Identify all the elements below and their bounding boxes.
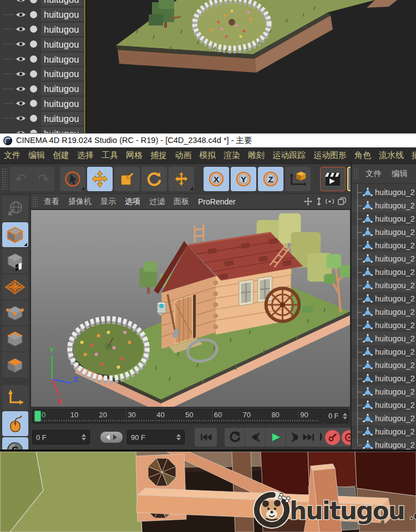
object-tree-label[interactable]: huitugou_2	[375, 347, 415, 356]
menu-item[interactable]: 流水线	[375, 150, 408, 161]
viewport-menu-item[interactable]: 显示	[96, 197, 120, 207]
polygon-object-icon[interactable]	[363, 401, 373, 410]
menu-item[interactable]: 编辑	[24, 150, 49, 161]
render-dot-icon[interactable]	[30, 55, 37, 63]
object-row[interactable]: huitugou	[0, 81, 84, 96]
visibility-eye-icon[interactable]	[16, 25, 26, 33]
menu-item[interactable]: 文件	[0, 150, 24, 161]
object-tree-row[interactable]: huitugou_2	[352, 186, 416, 199]
coordinate-system-button[interactable]	[285, 167, 311, 191]
object-tree-label[interactable]: huitugou_2	[375, 294, 415, 303]
enable-axis-button[interactable]	[2, 385, 28, 410]
visibility-eye-icon[interactable]	[16, 85, 26, 93]
lock-y-axis-button[interactable]: Y	[231, 167, 256, 191]
points-mode-button[interactable]	[2, 300, 28, 325]
record-keyframe-button[interactable]	[325, 430, 340, 445]
polygons-mode-button[interactable]	[2, 352, 28, 377]
goto-end-button[interactable]	[298, 428, 320, 447]
polygon-object-icon[interactable]	[363, 347, 373, 356]
object-row[interactable]: huitugou	[0, 0, 84, 7]
object-tree-row[interactable]: huitugou_2	[352, 239, 416, 252]
viewport-menu-item[interactable]: 过滤	[145, 197, 169, 207]
autokey-button[interactable]	[342, 430, 351, 445]
visibility-eye-icon[interactable]	[16, 40, 26, 48]
object-tree-label[interactable]: huitugou_2	[375, 308, 415, 316]
model-mode-button[interactable]	[2, 222, 28, 247]
rotate-tool-button[interactable]	[141, 167, 167, 191]
object-tree-label[interactable]: huitugou_2	[375, 201, 415, 210]
object-row[interactable]: huitugou	[0, 52, 84, 66]
polygon-object-icon[interactable]	[363, 268, 373, 277]
object-manager-grip-handle[interactable]	[353, 168, 359, 180]
object-tree-row[interactable]: huitugou_2	[352, 292, 416, 305]
render-dot-icon[interactable]	[30, 100, 37, 107]
menu-item[interactable]: 工具	[98, 150, 122, 161]
viewport-solo-button[interactable]	[2, 411, 28, 436]
timeline-frame-field[interactable]: 0 F	[324, 409, 349, 423]
object-tree-label[interactable]: huitugou_2	[375, 427, 415, 436]
toolbar-grip-handle[interactable]	[2, 168, 7, 190]
object-name-label[interactable]: huitugou	[41, 127, 84, 133]
panel-splitter[interactable]	[84, 0, 86, 133]
menu-item[interactable]: 动画	[171, 150, 195, 161]
last-tool-button[interactable]	[169, 167, 194, 191]
polygon-object-icon[interactable]	[363, 334, 373, 343]
object-tree-label[interactable]: huitugou_2	[375, 334, 415, 343]
menu-item[interactable]: 运动跟踪	[268, 150, 310, 161]
object-tree-row[interactable]: huitugou_2	[352, 345, 416, 359]
object-manager-menu-item[interactable]: 编辑	[387, 168, 413, 179]
object-tree-label[interactable]: huitugou_2	[375, 321, 415, 330]
workplane-mode-button[interactable]	[2, 274, 28, 299]
polygon-object-icon[interactable]	[363, 414, 373, 423]
object-row[interactable]: huitugou	[0, 22, 84, 37]
render-dot-icon[interactable]	[30, 40, 37, 48]
previous-frame-button[interactable]	[245, 428, 266, 447]
menu-item[interactable]: 雕刻	[244, 150, 268, 161]
polygon-object-icon[interactable]	[363, 427, 373, 436]
live-selection-button[interactable]	[60, 167, 85, 191]
viewport-maximize-icon[interactable]	[338, 197, 346, 206]
polygon-object-icon[interactable]	[363, 374, 373, 383]
viewport-pan-icon[interactable]	[304, 197, 312, 206]
object-tree-row[interactable]: huitugou_2	[352, 265, 416, 279]
polygon-object-icon[interactable]	[363, 214, 373, 223]
menu-item[interactable]: 插件	[408, 150, 416, 161]
polygon-object-icon[interactable]	[363, 228, 373, 237]
goto-start-button[interactable]	[195, 428, 217, 447]
visibility-eye-icon[interactable]	[16, 100, 26, 107]
render-dot-icon[interactable]	[30, 85, 37, 93]
menu-item[interactable]: 选择	[73, 150, 98, 161]
object-tree-label[interactable]: huitugou_2	[375, 228, 415, 237]
viewport-menu-item[interactable]: 摄像机	[64, 197, 96, 207]
visibility-eye-icon[interactable]	[16, 70, 26, 78]
object-tree-row[interactable]: huitugou_2	[352, 412, 416, 425]
object-tree-row[interactable]: huitugou_2	[352, 279, 416, 292]
render-view-button[interactable]	[320, 167, 346, 191]
edges-mode-button[interactable]	[2, 326, 28, 351]
object-tree-label[interactable]: huitugou_2	[375, 401, 415, 410]
object-name-label[interactable]: huitugou	[41, 23, 84, 36]
object-tree-row[interactable]: huitugou_2	[352, 425, 416, 438]
object-name-label[interactable]: huitugou	[41, 82, 84, 95]
polygon-object-icon[interactable]	[363, 321, 373, 330]
menu-item[interactable]: 模拟	[195, 150, 220, 161]
object-tree-row[interactable]: huitugou_2	[352, 372, 416, 385]
object-tree-label[interactable]: huitugou_2	[375, 441, 415, 449]
current-frame-spinner[interactable]: 0 F	[32, 430, 90, 444]
object-tree-label[interactable]: huitugou_2	[375, 214, 415, 223]
object-tree-label[interactable]: huitugou_2	[375, 387, 415, 396]
play-button[interactable]	[266, 428, 286, 447]
object-tree-row[interactable]: huitugou_2	[352, 199, 416, 212]
object-tree-label[interactable]: huitugou_2	[375, 268, 415, 277]
redo-icon[interactable]: ↷	[32, 167, 54, 191]
object-tree-row[interactable]: huitugou_2	[352, 252, 416, 265]
object-tree-row[interactable]: huitugou_2	[352, 332, 416, 345]
play-backwards-button[interactable]	[225, 428, 245, 447]
menu-item[interactable]: 运动图形	[310, 150, 351, 161]
render-dot-icon[interactable]	[30, 0, 37, 3]
viewport-menu-item[interactable]: 选项	[120, 197, 145, 207]
object-tree-row[interactable]: huitugou_2	[352, 319, 416, 332]
end-frame-spinner[interactable]: 90 F	[127, 430, 185, 444]
frame-step-buttons[interactable]	[100, 432, 123, 443]
object-name-label[interactable]: huitugou	[41, 0, 84, 6]
